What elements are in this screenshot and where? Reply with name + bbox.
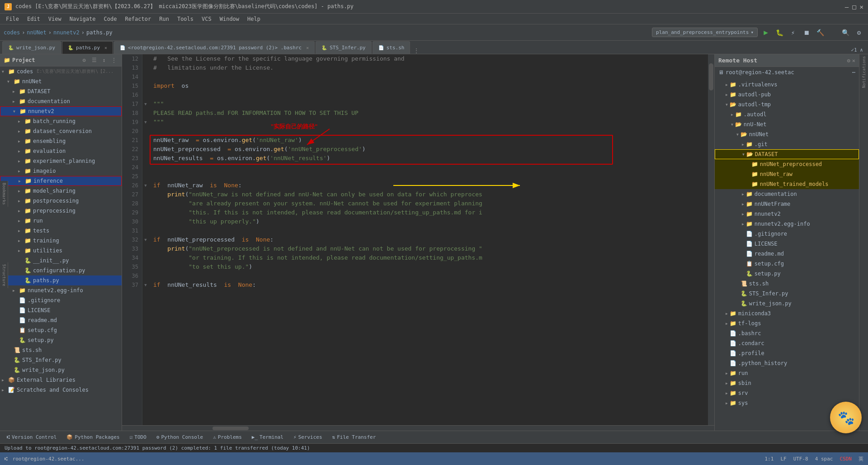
menu-navigate[interactable]: Navigate [66,15,99,23]
remote-item-tf-logs[interactable]: ▶ 📁 tf-logs [715,318,859,328]
remote-item-nnunetframe[interactable]: ▶ 📁 nnUNetFrame [715,199,859,209]
remote-item-egg-info[interactable]: ▶ 📁 nnunetv2.egg-info [715,219,859,229]
tab-bashrc[interactable]: 📄 <root@region-42.seetacloud.com:27391 p… [114,41,315,54]
remote-item-gitignore-r[interactable]: ▶ 📄 .gitignore [715,229,859,239]
tree-training[interactable]: ▶ 📁 training [0,236,122,246]
tree-ensembling[interactable]: ▶ 📁 ensembling [0,136,122,146]
menu-file[interactable]: File [2,15,23,23]
tree-inference[interactable]: ▶ 📁 inference [0,176,122,186]
tree-evaluation[interactable]: ▶ 📁 evaluation [0,146,122,156]
breadcrumb-nnunet[interactable]: nnUNet [27,29,46,36]
remote-item-sts-sh-r[interactable]: ▶ 📜 sts.sh [715,279,859,289]
remote-close-icon[interactable]: ✕ [852,57,855,64]
menu-code[interactable]: Code [100,15,121,23]
remote-item-srv[interactable]: ▶ 📁 srv [715,388,859,398]
tree-nnunet[interactable]: ▼ 📁 nnUNet [0,76,122,86]
tree-scratches[interactable]: ▶ 📝 Scratches and Consoles [0,385,122,395]
tab-problems[interactable]: ⚠ Problems [208,433,246,441]
tree-setup-cfg[interactable]: ▶ 📋 setup.cfg [0,325,122,335]
tab-sts-infer[interactable]: 🐍 STS_Infer.py [316,41,371,54]
menu-refactor[interactable]: Refactor [121,15,155,23]
remote-item-autodl[interactable]: ▶ 📁 .autodl [715,109,859,119]
tab-file-transfer[interactable]: ⇅ File Transfer [328,433,381,441]
menu-tools[interactable]: Tools [174,15,197,23]
tree-experiment-planning[interactable]: ▶ 📁 experiment_planning [0,156,122,166]
tree-license[interactable]: ▶ 📄 LICENSE [0,305,122,315]
tab-python-packages[interactable]: 📦 Python Packages [62,433,124,441]
remote-item-write-json-r[interactable]: ▶ 🐍 write_json.py [715,299,859,308]
remote-item-condarc[interactable]: ▶ 📄 .condarc [715,338,859,348]
remote-item-miniconda3[interactable]: ▶ 📁 miniconda3 [715,308,859,318]
tree-paths-py[interactable]: ▶ 🐍 paths.py [0,275,122,285]
tree-preprocessing[interactable]: ▶ 📁 preprocessing [0,206,122,216]
remote-item-license-r[interactable]: ▶ 📄 LICENSE [715,239,859,249]
remote-item-bashrc-r[interactable]: ▶ 📄 .bashrc [715,328,859,338]
tree-write-json-py[interactable]: ▶ 🐍 write_json.py [0,365,122,375]
tree-model-sharing[interactable]: ▶ 📁 model_sharing [0,186,122,196]
menu-run[interactable]: Run [156,15,173,23]
tab-python-console[interactable]: ⚙ Python Console [152,433,208,441]
tree-init-py[interactable]: ▶ 🐍 __init__.py [0,256,122,266]
remote-item-trained-models[interactable]: ▶ 📁 nnUNet_trained_models [715,179,859,189]
build-button[interactable]: 🔨 [815,27,826,38]
panel-settings-icon[interactable]: ⋮ [110,56,118,64]
breadcrumb-codes[interactable]: codes [4,29,20,36]
settings-button[interactable]: ⚙ [854,27,864,38]
tree-sts-infer-py[interactable]: ▶ 🐍 STS_Infer.py [0,355,122,365]
fold-icon[interactable]: ▼ [144,280,146,289]
breadcrumb-nnunetv2[interactable]: nnunetv2 [53,29,80,36]
panel-collapse-icon[interactable]: ☰ [90,56,98,64]
tree-readme[interactable]: ▶ 📄 readme.md [0,315,122,325]
tree-setup-py[interactable]: ▶ 🐍 setup.py [0,335,122,345]
run-config[interactable]: plan_and_preprocess_entrypoints ▾ [652,28,758,37]
fold-icon[interactable]: ▼ [144,235,146,244]
minimize-btn[interactable]: — [845,3,849,10]
tree-sts-sh[interactable]: ▶ 📜 sts.sh [0,345,122,355]
stop-button[interactable]: ⏹ [801,27,812,38]
tab-close-icon[interactable]: ✕ [104,45,107,50]
remote-item-setup-py-r[interactable]: ▶ 🐍 setup.py [715,269,859,279]
run-button[interactable]: ▶ [760,27,771,38]
bookmarks-icon[interactable]: Bookmarks [2,183,6,205]
tree-dataset[interactable]: ▶ 📁 DATASET [0,86,122,96]
tab-paths[interactable]: 🐍 paths.py ✕ [62,41,113,54]
tree-external-libs[interactable]: ▶ 📦 External Libraries [0,375,122,385]
remote-item-sbin[interactable]: ▶ 📁 sbin [715,378,859,388]
tree-dataset-conversion[interactable]: ▶ 📁 dataset_conversion [0,126,122,136]
remote-item-git[interactable]: ▶ 📁 .git [715,139,859,149]
remote-item-python-history[interactable]: ▶ 📄 .python_history [715,358,859,368]
vertical-scrollbar[interactable] [708,54,714,425]
remote-item-virtualenvs[interactable]: ▶ 📁 .virtualenvs [715,80,859,90]
remote-item-autodl-pub[interactable]: ▶ 📁 autodl-pub [715,90,859,100]
debug-button[interactable]: 🐛 [774,27,785,38]
close-btn[interactable]: ✕ [860,3,863,10]
remote-item-profile[interactable]: ▶ 📄 .profile [715,348,859,358]
menu-view[interactable]: View [45,15,65,23]
remote-item-raw[interactable]: ▶ 📁 nnUNet_raw [715,169,859,179]
panel-sort-icon[interactable]: ↕ [100,56,108,64]
tab-version-control[interactable]: ⑆ Version Control [2,433,61,441]
remote-item-run-r[interactable]: ▶ 📁 run [715,368,859,378]
tree-gitignore[interactable]: ▶ 📄 .gitignore [0,295,122,305]
remote-item-readme-r[interactable]: ▶ 📄 readme.md [715,249,859,259]
tree-documentation[interactable]: ▶ 📁 documentation [0,96,122,106]
remote-item-dataset[interactable]: ▼ 📂 DATASET [715,149,859,159]
tab-write-json[interactable]: 🐍 write_json.py [2,41,61,54]
search-everywhere-button[interactable]: 🔍 [840,27,851,38]
notifications-icon[interactable]: Notifications [862,56,866,88]
maximize-btn[interactable]: □ [852,3,856,10]
tree-run[interactable]: ▶ 📁 run [0,216,122,226]
tree-utilities[interactable]: ▶ 📁 utilities [0,246,122,256]
tab-todo[interactable]: ☑ TODO [125,433,151,441]
remote-item-setup-cfg-r[interactable]: ▶ 📋 setup.cfg [715,259,859,269]
breadcrumb-file[interactable]: paths.py [86,29,113,36]
menu-help[interactable]: Help [244,15,264,23]
tree-postprocessing[interactable]: ▶ 📁 postprocessing [0,196,122,206]
remote-connection-item[interactable]: 🖥 root@region-42.seetac ⋯ [715,67,859,78]
tree-imageio[interactable]: ▶ 📁 imageio [0,166,122,176]
remote-item-autodl-tmp[interactable]: ▼ 📂 autodl-tmp [715,100,859,109]
tab-sts-sh[interactable]: 📄 sts.sh [373,41,410,54]
remote-item-nnUNet[interactable]: ▼ 📂 nnUNet [715,129,859,139]
horizontal-scrollbar[interactable] [212,427,249,430]
more-tabs-btn[interactable]: ⋮ [411,47,422,54]
